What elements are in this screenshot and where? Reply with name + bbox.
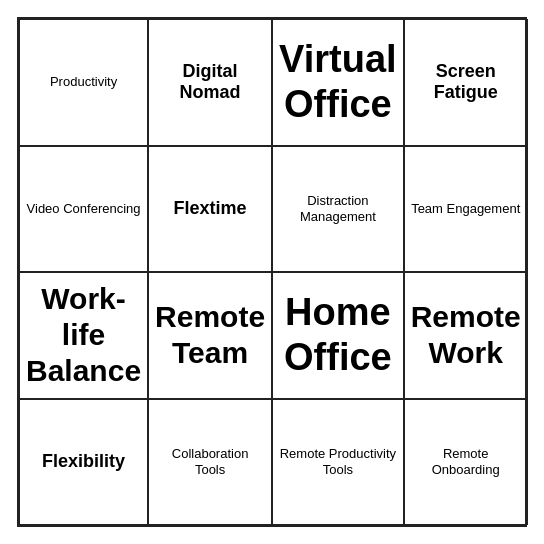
bingo-cell-4-3: Remote Productivity Tools: [272, 399, 404, 526]
bingo-card: ProductivityDigital NomadVirtual OfficeS…: [17, 17, 527, 527]
bingo-cell-3-2: Remote Team: [148, 272, 272, 399]
bingo-cell-3-4: Remote Work: [404, 272, 528, 399]
bingo-cell-1-2: Digital Nomad: [148, 19, 272, 146]
bingo-cell-4-2: Collaboration Tools: [148, 399, 272, 526]
bingo-cell-1-3: Virtual Office: [272, 19, 404, 146]
bingo-cell-2-3: Distraction Management: [272, 146, 404, 273]
bingo-cell-4-4: Remote Onboarding: [404, 399, 528, 526]
bingo-cell-2-2: Flextime: [148, 146, 272, 273]
bingo-cell-2-4: Team Engagement: [404, 146, 528, 273]
bingo-cell-2-1: Video Conferencing: [19, 146, 148, 273]
bingo-cell-4-1: Flexibility: [19, 399, 148, 526]
bingo-cell-1-1: Productivity: [19, 19, 148, 146]
bingo-cell-1-4: Screen Fatigue: [404, 19, 528, 146]
bingo-cell-3-3: Home Office: [272, 272, 404, 399]
bingo-cell-3-1: Work-life Balance: [19, 272, 148, 399]
